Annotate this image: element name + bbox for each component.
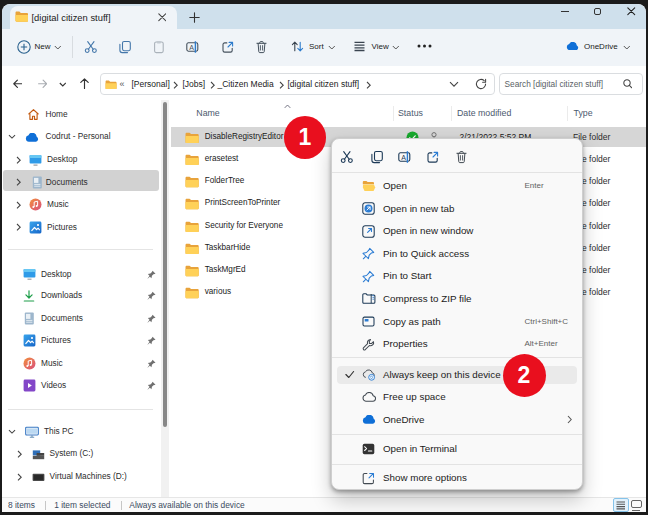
svg-text:A: A	[401, 154, 406, 161]
svg-text:A: A	[189, 43, 194, 50]
